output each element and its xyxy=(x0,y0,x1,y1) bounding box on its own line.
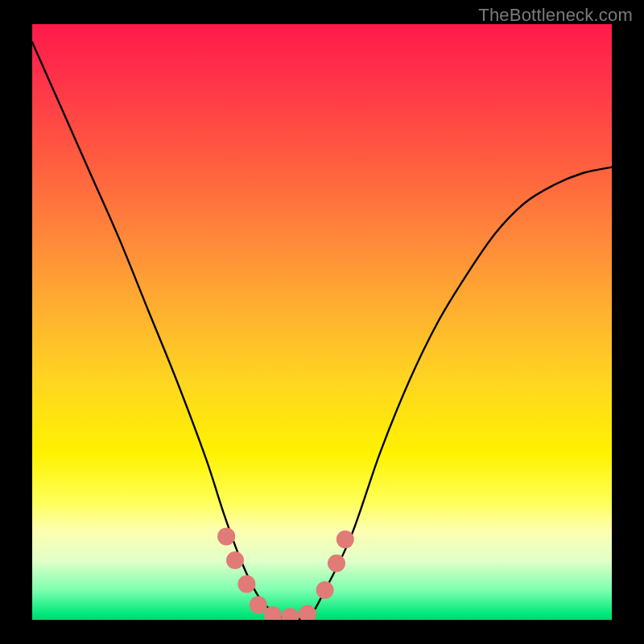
curve-marker xyxy=(316,581,334,599)
bottleneck-curve xyxy=(32,42,612,620)
curve-marker xyxy=(217,527,235,545)
curve-marker xyxy=(299,605,316,620)
curve-marker xyxy=(281,608,299,620)
attribution-label: TheBottleneck.com xyxy=(478,5,633,26)
chart-container: TheBottleneck.com xyxy=(0,0,644,644)
curve-marker xyxy=(264,606,282,620)
curve-layer xyxy=(32,24,612,620)
curve-marker xyxy=(226,551,244,569)
curve-marker xyxy=(328,555,345,572)
curve-marker xyxy=(250,597,267,614)
curve-marker xyxy=(237,576,255,593)
curve-marker xyxy=(336,530,354,548)
plot-area xyxy=(32,24,612,620)
